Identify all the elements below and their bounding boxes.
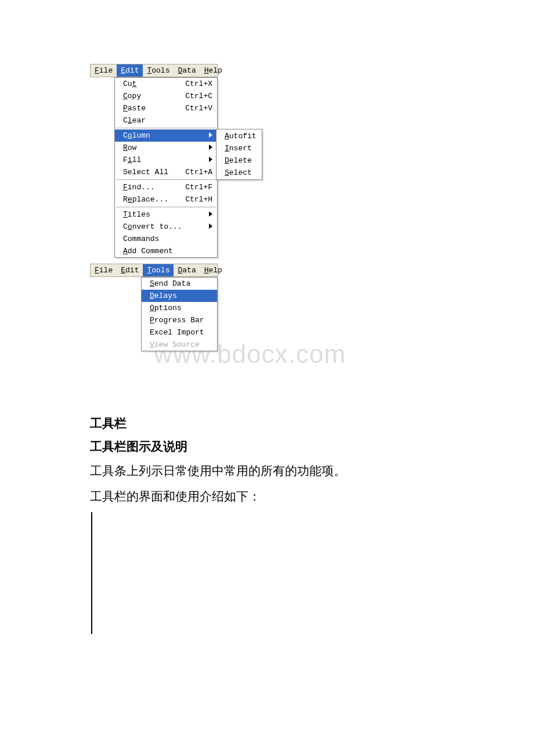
menu-copy[interactable]: Copy Ctrl+C (115, 90, 217, 102)
menubar-data[interactable]: Data (174, 264, 200, 276)
menubar-file[interactable]: File (91, 264, 117, 276)
menu-view-source: View Source (142, 339, 217, 351)
menubar-edit[interactable]: Edit (117, 264, 143, 276)
menu-clear[interactable]: Clear (115, 114, 217, 127)
submenu-delete[interactable]: Delete (217, 154, 262, 167)
submenu-arrow-icon (209, 224, 212, 231)
menubar-data[interactable]: Data (174, 64, 200, 77)
submenu-arrow-icon (209, 157, 212, 164)
menu-separator (116, 207, 216, 207)
menu-convert-to[interactable]: Convert to... (115, 221, 217, 233)
shortcut-label: Ctrl+H (185, 195, 212, 204)
heading-toolbar: 工具栏 (90, 415, 444, 431)
heading-toolbar-desc: 工具栏图示及说明 (90, 438, 444, 455)
submenu-arrow-icon (209, 132, 212, 139)
menubar-tools[interactable]: Tools (143, 64, 174, 77)
menu-commands[interactable]: Commands (115, 233, 217, 245)
svg-marker-0 (209, 132, 212, 138)
menubar-help[interactable]: Help (200, 264, 226, 276)
menubar-edit[interactable]: Edit (117, 64, 143, 77)
menu-options[interactable]: Options (142, 302, 217, 314)
menu-excel-import[interactable]: Excel Import (142, 326, 217, 339)
menu-paste[interactable]: Paste Ctrl+V (115, 102, 217, 114)
svg-marker-4 (209, 224, 212, 229)
menu-row[interactable]: Row (115, 142, 217, 154)
submenu-insert[interactable]: Insert (217, 142, 262, 154)
menubar-2: File Edit Tools Data Help (90, 264, 218, 277)
menu-cut[interactable]: Cut Ctrl+X (115, 78, 217, 90)
menu-replace[interactable]: Replace... Ctrl+H (115, 193, 217, 206)
submenu-arrow-icon (209, 145, 212, 152)
menu-send-data[interactable]: Send Data (142, 278, 217, 290)
svg-marker-3 (209, 211, 212, 217)
shortcut-label: Ctrl+C (185, 92, 212, 100)
vertical-bar (91, 512, 444, 634)
column-submenu: Autofit Insert Delete Select (216, 129, 262, 180)
shortcut-label: Ctrl+F (185, 183, 212, 192)
svg-marker-1 (209, 145, 212, 150)
menu-select-all[interactable]: Select All Ctrl+A (115, 166, 217, 178)
menu-separator (116, 128, 216, 128)
menu-fill[interactable]: Fill (115, 154, 217, 166)
document-text: 工具栏 工具栏图示及说明 工具条上列示日常使用中常用的所有的功能项。 工具栏的界… (90, 415, 444, 634)
menubar-1: File Edit Tools Data Help (90, 64, 218, 77)
menu-column[interactable]: Column Autofit Insert Delete Select (115, 129, 217, 142)
shortcut-label: Ctrl+X (185, 80, 212, 88)
menubar-file[interactable]: File (91, 64, 117, 77)
edit-menu-screenshot: File Edit Tools Data Help Cut Ctrl+X Cop… (90, 64, 444, 258)
menu-find[interactable]: Find... Ctrl+F (115, 181, 217, 193)
paragraph-2: 工具栏的界面和使用介绍如下： (90, 487, 444, 507)
edit-dropdown: Cut Ctrl+X Copy Ctrl+C Paste Ctrl+V Clea… (114, 77, 218, 258)
submenu-arrow-icon (209, 211, 212, 218)
tools-menu-screenshot: File Edit Tools Data Help Send Data Dela… (90, 264, 444, 351)
menu-separator (116, 179, 216, 180)
shortcut-label: Ctrl+A (185, 168, 212, 177)
submenu-autofit[interactable]: Autofit (217, 130, 262, 142)
menu-add-comment[interactable]: Add Comment (115, 245, 217, 257)
submenu-select[interactable]: Select (217, 167, 262, 179)
menu-titles[interactable]: Titles (115, 208, 217, 221)
shortcut-label: Ctrl+V (185, 104, 212, 113)
menu-progress-bar[interactable]: Progress Bar (142, 314, 217, 326)
menubar-help[interactable]: Help (200, 64, 226, 77)
tools-dropdown: Send Data Delays Options Progress Bar Ex… (141, 277, 218, 351)
menubar-tools[interactable]: Tools (143, 264, 174, 276)
svg-marker-2 (209, 157, 212, 162)
paragraph-1: 工具条上列示日常使用中常用的所有的功能项。 (90, 462, 444, 481)
menu-delays[interactable]: Delays (142, 290, 217, 302)
